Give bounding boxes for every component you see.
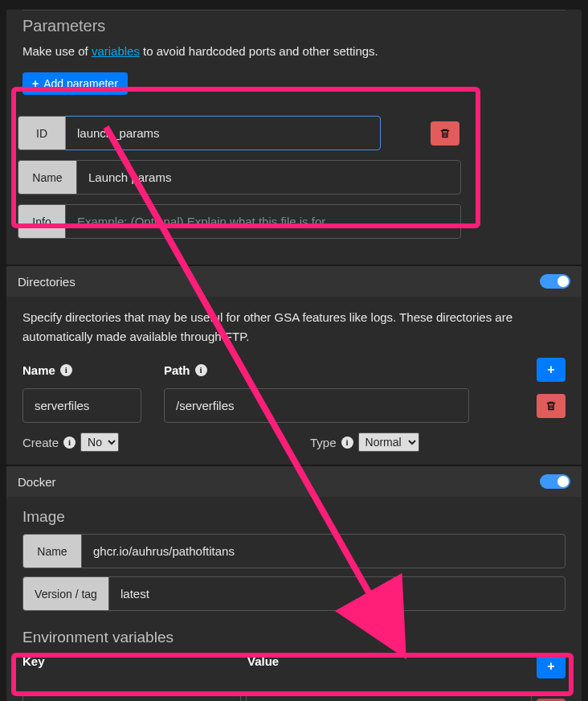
info-icon[interactable]: i xyxy=(195,364,207,376)
env-key-input[interactable] xyxy=(22,693,241,701)
variables-link[interactable]: variables xyxy=(92,44,140,58)
directories-panel: Directories Specify directories that may… xyxy=(6,266,582,465)
create-label: Create xyxy=(22,436,59,449)
env-key-label: Key xyxy=(22,654,247,678)
type-label: Type xyxy=(310,436,337,449)
divider xyxy=(22,10,566,10)
delete-env-button[interactable] xyxy=(537,699,566,702)
env-value-input[interactable] xyxy=(246,693,532,701)
directories-toggle[interactable] xyxy=(540,274,570,289)
add-parameter-button[interactable]: + Add parameter xyxy=(22,72,128,95)
info-icon[interactable]: i xyxy=(60,364,72,376)
delete-directory-button[interactable] xyxy=(537,394,566,418)
param-name-input[interactable] xyxy=(76,160,461,195)
parameter-row: ID Name Info xyxy=(6,103,582,252)
docker-title: Docker xyxy=(18,475,56,489)
dir-path-label: Path xyxy=(164,363,190,377)
dir-path-input[interactable] xyxy=(164,388,469,423)
add-parameter-label: Add parameter xyxy=(43,77,118,90)
directories-desc: Specify directories that may be useful f… xyxy=(22,308,566,346)
parameters-desc-before: Make use of xyxy=(22,44,92,58)
delete-parameter-button[interactable] xyxy=(431,121,459,146)
plus-icon: + xyxy=(547,363,554,377)
image-name-input[interactable] xyxy=(81,534,566,568)
param-info-label: Info xyxy=(18,204,65,239)
param-name-label: Name xyxy=(18,160,76,195)
parameters-panel: Parameters Make use of variables to avoi… xyxy=(6,10,582,264)
parameters-desc: Make use of variables to avoid hardcoded… xyxy=(22,42,566,61)
plus-icon: + xyxy=(547,659,554,674)
trash-icon xyxy=(439,128,451,139)
add-directory-button[interactable]: + xyxy=(537,358,566,382)
param-id-label: ID xyxy=(18,116,65,150)
plus-icon: + xyxy=(32,77,39,90)
trash-icon xyxy=(545,400,557,412)
dir-name-input[interactable] xyxy=(22,388,141,423)
create-select[interactable]: No xyxy=(80,432,119,452)
dir-name-label: Name xyxy=(22,363,55,377)
version-label: Version / tag xyxy=(22,576,108,611)
version-input[interactable] xyxy=(108,576,566,611)
env-row xyxy=(16,685,572,701)
docker-toggle[interactable] xyxy=(540,474,570,489)
param-id-input[interactable] xyxy=(65,116,381,150)
type-select[interactable]: Normal xyxy=(358,432,419,452)
parameters-title: Parameters xyxy=(6,17,582,35)
image-subtitle: Image xyxy=(22,508,566,526)
image-name-label: Name xyxy=(22,534,81,568)
info-icon[interactable]: i xyxy=(341,437,353,449)
directories-title: Directories xyxy=(18,275,76,289)
docker-panel: Docker Image Name Version / tag Environm… xyxy=(6,466,582,701)
info-icon[interactable]: i xyxy=(63,437,76,449)
env-value-label: Value xyxy=(247,654,537,678)
env-subtitle: Environment variables xyxy=(22,629,566,646)
add-env-button[interactable]: + xyxy=(537,654,566,678)
param-info-input[interactable] xyxy=(65,204,461,239)
parameters-desc-after: to avoid hardcoded ports and other setti… xyxy=(143,44,378,58)
